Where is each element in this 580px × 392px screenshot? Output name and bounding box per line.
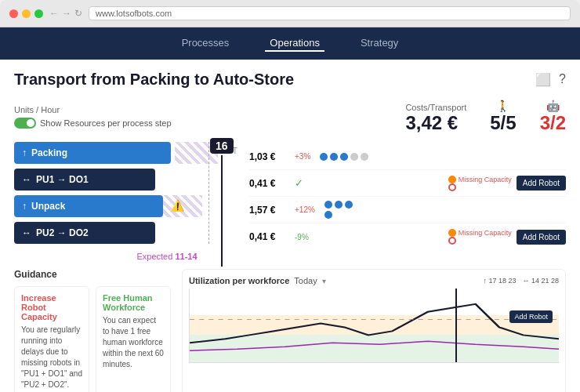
chart-area: 16 Add Robot [189, 289, 559, 363]
expected-label: Expected 11-14 [136, 252, 197, 261]
person-icon: 🚶 [496, 100, 509, 112]
guidance-workforce-text: You can expect to have 1 free human work… [103, 315, 164, 370]
units-label: Units / Hour [14, 105, 172, 114]
nav-operations[interactable]: Operations [265, 35, 324, 52]
dot-u1 [324, 201, 332, 209]
pu1do1-label: PU1 → DO1 [36, 174, 89, 185]
guidance-card-workforce: Free Human Workforce You can expect to h… [96, 286, 171, 392]
top-navigation: Processes Operations Strategy [0, 27, 580, 60]
red-empty-dot-icon [448, 183, 456, 191]
stat2-value: 3/2 [540, 112, 566, 134]
chart-svg [190, 289, 559, 362]
process-area: 16 18 T ↑ Packing ↔ PU1 → DO1 [14, 142, 566, 263]
nav-strategy[interactable]: Strategy [356, 35, 403, 52]
guidance-card-robot: Increase Robot Capacity You are regularl… [14, 286, 89, 392]
packing-arrow-icon: ↑ [22, 147, 27, 158]
dot1 [320, 153, 328, 161]
pu1do1-button[interactable]: ↔ PU1 → DO1 [14, 169, 155, 191]
pu1do1-cost: 0,41 € [249, 178, 290, 189]
guidance-panel: Guidance Increase Robot Capacity You are… [14, 269, 171, 392]
marker-16: 16 [210, 138, 234, 267]
unpack-arrow-icon: ↑ [22, 201, 27, 212]
dot-u4 [324, 211, 332, 219]
refresh-icon[interactable]: ↻ [74, 8, 82, 19]
missing-capacity-2: Missing Capacity [448, 229, 512, 245]
unpack-dots [324, 201, 356, 219]
pu2do2-button[interactable]: ↔ PU2 → DO2 [14, 222, 155, 244]
minimize-button[interactable] [22, 9, 31, 18]
url-bar[interactable]: www.lotsofbots.com [89, 6, 571, 20]
unpack-change: +12% [295, 205, 315, 214]
dot-u2 [335, 201, 343, 209]
dot-u3 [345, 201, 353, 209]
pu1do1-check: ✓ [295, 177, 303, 189]
red-empty-dot2-icon [448, 237, 456, 245]
legend-person-icon: ↑ 17 18 23 [483, 277, 516, 285]
guidance-robot-text: You are regularly running into delays du… [21, 325, 82, 390]
cost-row-unpack: 1,57 € +12% [249, 197, 566, 223]
traffic-lights [9, 9, 43, 18]
pu1do1-right: Missing Capacity Add Robot [448, 176, 566, 191]
unpack-button[interactable]: ↑ Unpack [14, 195, 163, 217]
chart-add-robot-button[interactable]: Add Robot [509, 310, 553, 323]
page-title: Transport from Packing to Auto-Store [14, 71, 294, 89]
packing-dots [320, 153, 368, 161]
add-robot-button-1[interactable]: Add Robot [517, 176, 566, 191]
pu2do2-cost: 0,41 € [249, 231, 290, 242]
forward-arrow-icon[interactable]: → [62, 8, 71, 19]
chart-dropdown-icon[interactable]: ▾ [322, 277, 326, 285]
costs-label: Costs/Transport [405, 103, 466, 112]
pu1do1-row: ↔ PU1 → DO1 [14, 169, 241, 191]
show-resources-toggle[interactable]: Show Resources per process step [14, 118, 172, 129]
missing-capacity-1: Missing Capacity [448, 176, 512, 191]
pu1do1-arrow-icon: ↔ [22, 174, 31, 185]
packing-label: Packing [31, 147, 67, 158]
dot3 [340, 153, 348, 161]
guidance-title: Guidance [14, 269, 171, 280]
guidance-workforce-title: Free Human Workforce [103, 293, 164, 312]
packing-cost: 1,03 € [249, 151, 290, 162]
cost-row-pu2do2: 0,41 € -9% Missing Capacity Add Robot [249, 223, 566, 250]
pu2do2-label: PU2 → DO2 [36, 227, 89, 238]
dot2 [330, 153, 338, 161]
pu2do2-change: -9% [295, 233, 309, 241]
nav-processes[interactable]: Processes [177, 35, 234, 52]
monitor-icon[interactable]: ⬜ [535, 72, 551, 87]
packing-change: +3% [295, 152, 310, 161]
dot5 [361, 153, 368, 161]
unpack-row: ↑ Unpack ⚠️ [14, 195, 241, 217]
chart-subtitle: Today [294, 276, 317, 285]
help-icon[interactable]: ? [559, 72, 566, 87]
cost-details: 1,03 € +3% 0,41 € ✓ Missing Capacity [249, 142, 566, 263]
warning-icon: ⚠️ [171, 199, 184, 212]
nav-arrows: ← → ↻ [49, 8, 82, 19]
close-button[interactable] [9, 9, 18, 18]
cost-value: 3,42 € [405, 112, 466, 134]
bottom-section: Guidance Increase Robot Capacity You are… [14, 269, 566, 392]
chart-legend: ↑ 17 18 23 ↔ 14 21 28 [483, 277, 559, 285]
guidance-robot-title: Increase Robot Capacity [21, 293, 82, 321]
toggle-icon[interactable] [14, 118, 36, 129]
legend-robot-icon: ↔ 14 21 28 [522, 277, 559, 285]
cost-row-pu1do1: 0,41 € ✓ Missing Capacity Add Robot [249, 170, 566, 197]
back-arrow-icon[interactable]: ← [49, 8, 59, 19]
main-content: Transport from Packing to Auto-Store ⬜ ?… [0, 60, 580, 392]
packing-button[interactable]: ↑ Packing [14, 142, 171, 164]
chart-panel: Utilization per workforce Today ▾ ↑ 17 1… [182, 269, 566, 392]
marker-badge: 16 [210, 138, 234, 154]
chart-title: Utilization per workforce [189, 276, 289, 285]
pu2do2-arrow-icon: ↔ [22, 227, 31, 238]
page-header: Transport from Packing to Auto-Store ⬜ ? [14, 71, 566, 89]
robot-icon: 🤖 [546, 100, 560, 112]
unpack-cost: 1,57 € [249, 205, 290, 216]
cost-row-packing: 1,03 € +3% [249, 143, 566, 170]
add-robot-button-2[interactable]: Add Robot [517, 230, 566, 245]
packing-row: ↑ Packing [14, 142, 241, 164]
maximize-button[interactable] [34, 9, 43, 18]
show-resources-label: Show Resources per process step [40, 118, 172, 128]
guidance-cards: Increase Robot Capacity You are regularl… [14, 286, 171, 392]
pu2do2-row: ↔ PU2 → DO2 [14, 222, 241, 244]
orange-dot-icon [448, 176, 456, 183]
header-icons: ⬜ ? [535, 72, 566, 87]
pu2do2-right: Missing Capacity Add Robot [448, 229, 566, 245]
